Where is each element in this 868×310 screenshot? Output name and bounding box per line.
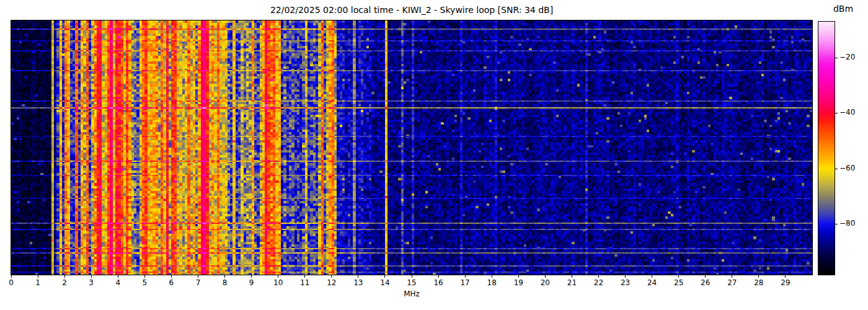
colorbar-tick-label: −20 xyxy=(839,53,864,61)
x-tick-label: 24 xyxy=(643,278,662,287)
x-tick-label: 26 xyxy=(696,278,715,287)
x-tick-mark xyxy=(11,275,12,278)
x-tick-mark xyxy=(625,275,626,278)
x-tick-mark xyxy=(38,275,38,278)
x-tick-label: 16 xyxy=(429,278,448,287)
x-tick-label: 20 xyxy=(536,278,554,287)
colorbar-tick-mark xyxy=(835,169,838,169)
x-tick-label: 7 xyxy=(188,278,207,287)
x-tick-mark xyxy=(171,275,172,278)
x-tick-mark xyxy=(732,275,732,278)
x-tick-label: 5 xyxy=(135,278,154,287)
x-tick-mark xyxy=(545,275,546,278)
spectrogram-canvas xyxy=(11,20,813,275)
x-tick-mark xyxy=(705,275,706,278)
x-tick-label: 27 xyxy=(723,278,742,287)
x-tick-label: 1 xyxy=(29,278,47,287)
x-tick-label: 25 xyxy=(670,278,688,287)
x-tick-mark xyxy=(64,275,65,278)
spectrogram-figure: 22/02/2025 02:00 local time - KIWI_2 - S… xyxy=(0,0,868,310)
x-tick-mark xyxy=(198,275,198,278)
x-tick-mark xyxy=(572,275,572,278)
x-tick-label: 18 xyxy=(482,278,501,287)
x-tick-mark xyxy=(358,275,358,278)
x-tick-label: 28 xyxy=(750,278,768,287)
x-tick-label: 3 xyxy=(82,278,100,287)
x-tick-mark xyxy=(251,275,252,278)
x-tick-label: 17 xyxy=(456,278,474,287)
x-tick-label: 12 xyxy=(322,278,341,287)
colorbar-tick-label: −60 xyxy=(839,164,864,172)
x-tick-label: 19 xyxy=(509,278,528,287)
x-tick-label: 21 xyxy=(562,278,581,287)
colorbar-tick-mark xyxy=(835,113,838,113)
x-tick-label: 15 xyxy=(402,278,421,287)
colorbar-canvas xyxy=(818,21,835,275)
x-tick-label: 13 xyxy=(349,278,368,287)
x-tick-label: 4 xyxy=(108,278,127,287)
x-tick-label: 10 xyxy=(269,278,288,287)
x-tick-mark xyxy=(118,275,118,278)
x-tick-mark xyxy=(91,275,92,278)
colorbar-tick-label: −80 xyxy=(839,219,864,228)
x-tick-label: 11 xyxy=(296,278,314,287)
x-tick-mark xyxy=(224,275,225,278)
x-tick-mark xyxy=(785,275,786,278)
x-tick-mark xyxy=(278,275,278,278)
x-tick-mark xyxy=(144,275,145,278)
x-tick-mark xyxy=(331,275,332,278)
x-tick-label: 9 xyxy=(242,278,261,287)
x-tick-mark xyxy=(384,275,385,278)
x-tick-label: 14 xyxy=(376,278,394,287)
x-tick-label: 0 xyxy=(2,278,20,287)
colorbar-tick-mark xyxy=(835,224,838,224)
x-tick-label: 22 xyxy=(589,278,608,287)
colorbar-tick-label: −40 xyxy=(839,108,864,117)
x-tick-mark xyxy=(758,275,759,278)
x-tick-mark xyxy=(438,275,439,278)
x-tick-mark xyxy=(465,275,466,278)
x-tick-mark xyxy=(652,275,652,278)
x-tick-label: 2 xyxy=(55,278,74,287)
x-tick-mark xyxy=(492,275,492,278)
x-tick-mark xyxy=(412,275,412,278)
x-axis-label: MHz xyxy=(11,290,812,298)
x-tick-label: 6 xyxy=(162,278,180,287)
x-tick-label: 29 xyxy=(776,278,795,287)
x-tick-mark xyxy=(678,275,679,278)
x-tick-mark xyxy=(598,275,599,278)
colorbar-unit-label: dBm xyxy=(826,4,861,14)
x-tick-mark xyxy=(304,275,305,278)
x-tick-mark xyxy=(518,275,519,278)
colorbar-tick-mark xyxy=(835,58,838,58)
x-tick-label: 8 xyxy=(216,278,234,287)
chart-title: 22/02/2025 02:00 local time - KIWI_2 - S… xyxy=(11,5,812,15)
x-tick-label: 23 xyxy=(616,278,635,287)
